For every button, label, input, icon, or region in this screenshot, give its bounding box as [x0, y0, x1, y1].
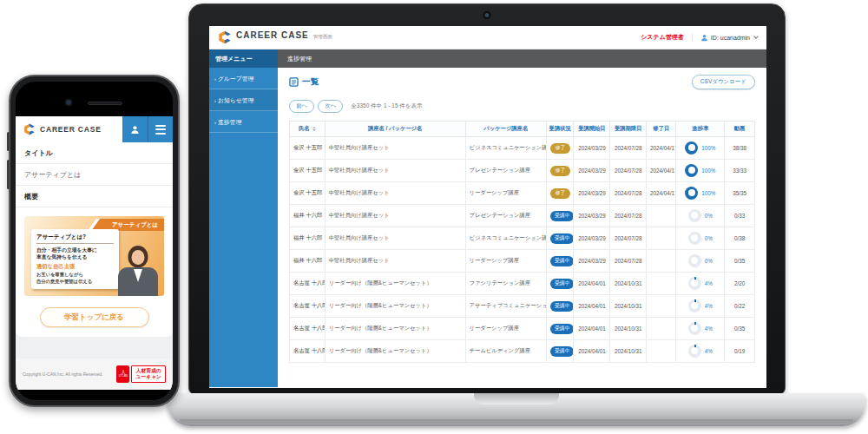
cell-status: 受講中 [546, 205, 574, 227]
progress-label: 4% [705, 348, 713, 354]
table-row: 福井 十六郎 中堅社員向け講座セット リーダーシップ講座 受講中 2024/03… [290, 250, 755, 273]
csv-download-button[interactable]: CSVダウンロード [692, 75, 755, 89]
slide-card: アサーティブとは? 自分・相手の立場を大事に 率直な気持ちを伝える 適切な自己主… [31, 229, 119, 289]
sidebar-item-label: お知らせ管理 [218, 97, 253, 103]
slide-line: 率直な気持ちを伝える [36, 253, 114, 260]
cell-completed-date [647, 205, 676, 227]
progress-donut [685, 187, 698, 200]
cell-video-count: 2/20 [725, 273, 755, 295]
user-menu[interactable]: ID: ucanadmin [692, 34, 758, 42]
admin-role-label: システム管理者 [641, 33, 684, 42]
sidebar-item-label: グループ管理 [218, 76, 253, 82]
phone-volume-button [7, 132, 10, 151]
speaker-icon [88, 102, 122, 105]
cell-name: 福井 十六郎 [290, 227, 326, 250]
cell-name: 名古屋 十八郎 [290, 273, 326, 295]
user-icon [700, 34, 708, 42]
cell-completed-date [647, 318, 676, 340]
cell-course: プレゼンテーション講座 [465, 205, 546, 227]
cell-completed-date [647, 340, 676, 363]
sidebar-item-label: 進捗管理 [218, 119, 241, 125]
sidebar-item-group[interactable]: ›グループ管理 [209, 68, 278, 89]
user-icon [130, 125, 140, 135]
cell-due-date: 2024/07/28 [610, 160, 647, 182]
phone-frame: CAREER CASE タイトル [9, 75, 180, 407]
cell-completed-date [647, 295, 676, 318]
cell-start-date: 2024/03/29 [574, 160, 610, 182]
prev-page-button[interactable]: 前へ [289, 100, 314, 113]
cell-package: リーダー向け（階層&ヒューマンセット） [325, 318, 465, 340]
cell-status: 修了 [546, 182, 574, 205]
phone-screen: CAREER CASE タイトル [16, 82, 173, 400]
cell-progress: 4% [676, 273, 725, 295]
progress-donut [688, 277, 701, 290]
chevron-down-icon [753, 34, 759, 39]
ucan-mark-icon: 人 U-CAN [116, 365, 129, 383]
cell-name: 金沢 十五郎 [290, 137, 326, 160]
progress-donut [685, 164, 698, 177]
cell-status: 受講中 [546, 227, 574, 250]
cell-name: 名古屋 十八郎 [290, 318, 326, 340]
sort-icon[interactable] [312, 125, 316, 133]
cell-video-count: 0/35 [725, 250, 755, 273]
cell-package: 中堅社員向け講座セット [325, 250, 465, 273]
slide-title: アサーティブとは? [36, 233, 114, 244]
cell-progress: 4% [676, 340, 725, 363]
table-header-row: 氏名 講座名 / パッケージ名 パッケージ講座名 受講状況 受講開始日 受講期限… [290, 122, 755, 137]
cell-name: 金沢 十五郎 [290, 182, 326, 205]
cell-course: リーダーシップ講座 [465, 182, 546, 205]
cell-due-date: 2024/10/31 [610, 340, 647, 363]
cell-completed-date: 2024/04/17 [647, 160, 676, 182]
progress-label: 0% [705, 235, 713, 241]
app-header: CAREER CASE 管理画面 システム管理者 ID: ucanadmin [209, 26, 766, 49]
cell-name: 名古屋 十八郎 [290, 340, 326, 363]
cell-package: リーダー向け（階層&ヒューマンセット） [325, 273, 465, 295]
stage: CAREER CASE 管理画面 システム管理者 ID: ucanadmin [0, 0, 868, 434]
cell-course: ファシリテーション講座 [465, 273, 546, 295]
progress-label: 100% [701, 190, 715, 196]
cell-video-count: 0/33 [725, 205, 755, 227]
cell-package: 中堅社員向け講座セット [325, 227, 465, 250]
cell-start-date: 2024/04/01 [574, 295, 610, 318]
menu-button[interactable] [148, 116, 173, 142]
breadcrumb: 進捗管理 [278, 49, 766, 68]
cell-status: 受講中 [546, 318, 574, 340]
cell-completed-date: 2024/04/17 [647, 182, 676, 205]
account-button[interactable] [122, 116, 148, 142]
cell-start-date: 2024/04/01 [574, 340, 610, 363]
col-header-start: 受講開始日 [574, 122, 610, 137]
table-row: 福井 十六郎 中堅社員向け講座セット プレゼンテーション講座 受講中 2024/… [290, 205, 755, 227]
status-badge: 修了 [550, 143, 570, 154]
progress-donut [688, 299, 701, 312]
next-page-button[interactable]: 次へ [318, 100, 343, 113]
career-case-logo-icon [23, 123, 36, 135]
back-to-top-button[interactable]: 学習トップに戻る [40, 307, 149, 327]
table-row: 金沢 十五郎 中堅社員向け講座セット リーダーシップ講座 修了 2024/03/… [290, 182, 755, 205]
page-title: 一覧 [302, 76, 319, 88]
col-header-package: 講座名 / パッケージ名 [325, 122, 465, 137]
cell-course: プレゼンテーション講座 [465, 160, 546, 182]
chevron-right-icon: › [214, 120, 216, 125]
main-content: 一覧 CSVダウンロード 前へ 次へ 全3350 件中 1 - 15 件を表示 [278, 68, 766, 387]
cell-due-date: 2024/07/28 [610, 250, 647, 273]
cell-progress: 4% [676, 295, 725, 318]
cell-status: 修了 [546, 160, 574, 182]
col-header-completed: 修了日 [647, 122, 676, 137]
cell-video-count: 0/38 [725, 227, 755, 250]
progress-donut [688, 254, 701, 267]
logo-text: CAREER CASE [40, 125, 102, 134]
cell-start-date: 2024/04/01 [574, 318, 610, 340]
col-header-name[interactable]: 氏名 [290, 122, 326, 137]
table-row: 金沢 十五郎 中堅社員向け講座セット プレゼンテーション講座 修了 2024/0… [290, 160, 755, 182]
cell-status: 受講中 [546, 340, 574, 363]
table-row: 名古屋 十八郎 リーダー向け（階層&ヒューマンセット） チームビルディング講座 … [290, 340, 755, 363]
cell-due-date: 2024/07/28 [610, 182, 647, 205]
cell-package: リーダー向け（階層&ヒューマンセット） [325, 340, 465, 363]
status-badge: 修了 [550, 188, 570, 199]
sidebar-item-progress[interactable]: ›進捗管理 [209, 111, 278, 133]
progress-donut [685, 141, 698, 155]
sidebar-item-news[interactable]: ›お知らせ管理 [209, 89, 278, 111]
video-thumbnail[interactable]: アサーティブとは アサーティブとは? 自分・相手の立場を大事に 率直な気持ちを伝… [24, 216, 164, 296]
col-header-label: 氏名 [299, 125, 310, 131]
status-badge: 受講中 [550, 301, 574, 312]
